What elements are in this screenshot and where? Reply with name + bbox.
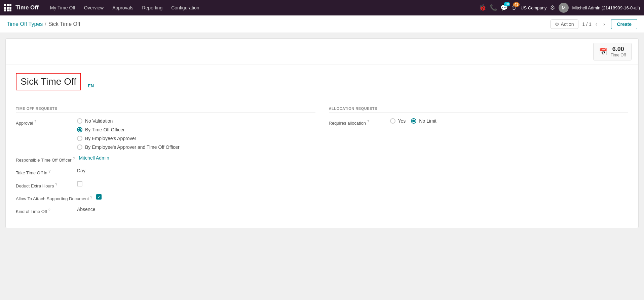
allow-attach-label: Allow To Attach Supporting Document ?: [16, 194, 92, 201]
radio-time-off-officer[interactable]: [77, 127, 82, 132]
gear-icon: ⚙: [555, 22, 559, 27]
apps-menu-icon[interactable]: [4, 4, 11, 11]
form-columns: TIME OFF REQUESTS Approval ? No Validati…: [16, 106, 628, 220]
left-column: TIME OFF REQUESTS Approval ? No Validati…: [16, 106, 315, 220]
navbar-brand[interactable]: Time Off: [15, 4, 39, 11]
chat-badge: 10: [504, 2, 510, 6]
approval-options: No Validation By Time Off Officer By Emp…: [77, 118, 315, 150]
allow-attach-value[interactable]: ✓: [96, 194, 315, 200]
time-off-requests-header: TIME OFF REQUESTS: [16, 106, 315, 113]
radio-employee-approver[interactable]: [77, 136, 82, 141]
kind-value[interactable]: Absence: [77, 207, 315, 212]
approval-field-row: Approval ? No Validation: [16, 118, 315, 150]
take-time-off-label: Take Time Off in ?: [16, 168, 73, 175]
deduct-hours-label: Deduct Extra Hours ?: [16, 181, 73, 188]
pagination-text: 1 / 1: [582, 22, 592, 27]
navbar: Time Off My Time Off Overview Approvals …: [0, 0, 644, 15]
navbar-right: 🐞 📞 💬 10 ⏱ 43 US Company ⚙ M Mitchell Ad…: [479, 3, 640, 13]
form-card: 📅 6.00 Time Off Sick Time Off EN TIM: [5, 38, 639, 228]
stat-number: 6.00: [611, 46, 626, 53]
time-off-stat[interactable]: 📅 6.00 Time Off: [593, 43, 632, 60]
deduct-hours-row: Deduct Extra Hours ?: [16, 181, 315, 188]
avatar[interactable]: M: [559, 3, 569, 13]
chat-icon[interactable]: 💬 10: [500, 4, 508, 11]
action-label: Action: [561, 22, 574, 27]
company-name[interactable]: US Company: [521, 5, 546, 10]
take-time-off-row: Take Time Off in ? Day: [16, 168, 315, 175]
nav-my-time-off[interactable]: My Time Off: [46, 3, 79, 12]
prev-arrow[interactable]: ‹: [594, 20, 599, 28]
approval-option-no-validation[interactable]: No Validation: [77, 118, 315, 124]
lang-badge[interactable]: EN: [88, 83, 94, 88]
alloc-option-no-limit[interactable]: No Limit: [411, 118, 436, 124]
kind-help[interactable]: ?: [48, 208, 50, 212]
kind-label: Kind of Time Off ?: [16, 207, 73, 214]
kind-row: Kind of Time Off ? Absence: [16, 207, 315, 214]
requires-alloc-label: Requires allocation ?: [329, 118, 386, 126]
approval-help[interactable]: ?: [34, 120, 36, 124]
take-time-off-value[interactable]: Day: [77, 168, 315, 173]
alloc-option-yes[interactable]: Yes: [390, 118, 406, 124]
radio-alloc-yes[interactable]: [390, 118, 395, 124]
breadcrumb: Time Off Types / Sick Time Off: [7, 21, 551, 27]
title-row: Sick Time Off EN: [16, 73, 628, 98]
responsible-help[interactable]: ?: [73, 157, 75, 161]
main-content: 📅 6.00 Time Off Sick Time Off EN TIM: [0, 33, 644, 300]
allocation-requests-header: ALLOCATION REQUESTS: [329, 106, 629, 113]
form-body: Sick Time Off EN TIME OFF REQUESTS Appro…: [6, 65, 638, 228]
responsible-field-row: Responsible Time Off Officer ? Mitchell …: [16, 155, 315, 163]
allow-attach-row: Allow To Attach Supporting Document ? ✓: [16, 194, 315, 201]
allow-attach-help[interactable]: ?: [90, 195, 92, 199]
clock-badge: 43: [513, 2, 520, 7]
navbar-menu: My Time Off Overview Approvals Reporting…: [46, 3, 477, 12]
create-button[interactable]: Create: [611, 19, 637, 29]
nav-configuration[interactable]: Configuration: [167, 3, 203, 12]
responsible-value[interactable]: Mitchell Admin: [79, 155, 315, 161]
stat-label: Time Off: [611, 53, 626, 57]
nav-reporting[interactable]: Reporting: [138, 3, 166, 12]
breadcrumb-current: Sick Time Off: [48, 21, 80, 27]
allow-attach-checkbox[interactable]: ✓: [96, 194, 102, 200]
approval-option-both[interactable]: By Employee's Approver and Time Off Offi…: [77, 144, 315, 150]
requires-alloc-options: Yes No Limit: [390, 118, 629, 124]
radio-no-validation[interactable]: [77, 118, 82, 124]
user-name: Mitchell Admin (21418909-16-0-all): [572, 5, 640, 10]
action-button[interactable]: ⚙ Action: [551, 19, 578, 29]
nav-overview[interactable]: Overview: [80, 3, 108, 12]
requires-alloc-help[interactable]: ?: [367, 120, 369, 124]
bug-icon[interactable]: 🐞: [479, 4, 486, 11]
deduct-hours-checkbox[interactable]: [77, 181, 82, 186]
approval-option-employee-approver[interactable]: By Employee's Approver: [77, 136, 315, 141]
form-top-bar: 📅 6.00 Time Off: [6, 39, 638, 65]
pagination: 1 / 1 ‹ ›: [582, 20, 607, 28]
settings-icon[interactable]: ⚙: [550, 4, 555, 11]
deduct-hours-help[interactable]: ?: [55, 182, 57, 186]
record-title[interactable]: Sick Time Off: [21, 76, 76, 87]
requires-alloc-row: Requires allocation ? Yes: [329, 118, 629, 126]
right-column: ALLOCATION REQUESTS Requires allocation …: [329, 106, 629, 220]
radio-both[interactable]: [77, 144, 82, 150]
breadcrumb-actions: ⚙ Action 1 / 1 ‹ › Create: [551, 19, 637, 29]
breadcrumb-parent[interactable]: Time Off Types: [7, 21, 43, 27]
breadcrumb-separator: /: [45, 21, 46, 27]
stat-content: 6.00 Time Off: [611, 46, 626, 57]
calendar-icon: 📅: [599, 48, 607, 56]
approval-option-time-off-officer[interactable]: By Time Off Officer: [77, 127, 315, 132]
deduct-hours-value[interactable]: [77, 181, 315, 187]
record-title-wrapper: Sick Time Off: [16, 73, 81, 90]
radio-alloc-no-limit[interactable]: [411, 118, 416, 124]
take-time-off-help[interactable]: ?: [48, 169, 50, 173]
clock-icon[interactable]: ⏱ 43: [511, 4, 517, 11]
approval-label: Approval ?: [16, 118, 73, 126]
phone-icon[interactable]: 📞: [490, 4, 497, 11]
nav-approvals[interactable]: Approvals: [108, 3, 137, 12]
next-arrow[interactable]: ›: [601, 20, 607, 28]
breadcrumb-bar: Time Off Types / Sick Time Off ⚙ Action …: [0, 15, 644, 33]
responsible-label: Responsible Time Off Officer ?: [16, 155, 75, 163]
